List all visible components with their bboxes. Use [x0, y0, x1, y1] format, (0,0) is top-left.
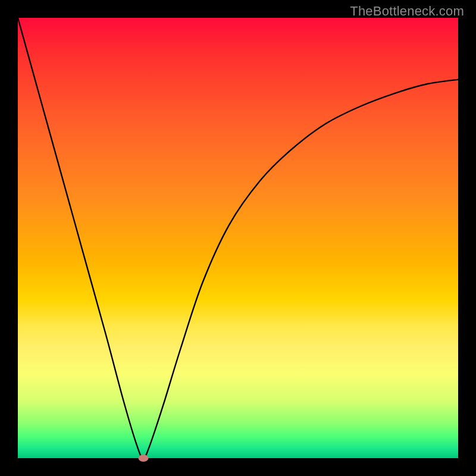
minimum-marker [138, 455, 148, 462]
curve-path [18, 18, 458, 458]
bottleneck-curve [18, 18, 458, 458]
chart-frame: TheBottleneck.com [0, 0, 476, 476]
watermark-text: TheBottleneck.com [350, 4, 464, 19]
plot-area [18, 18, 458, 458]
